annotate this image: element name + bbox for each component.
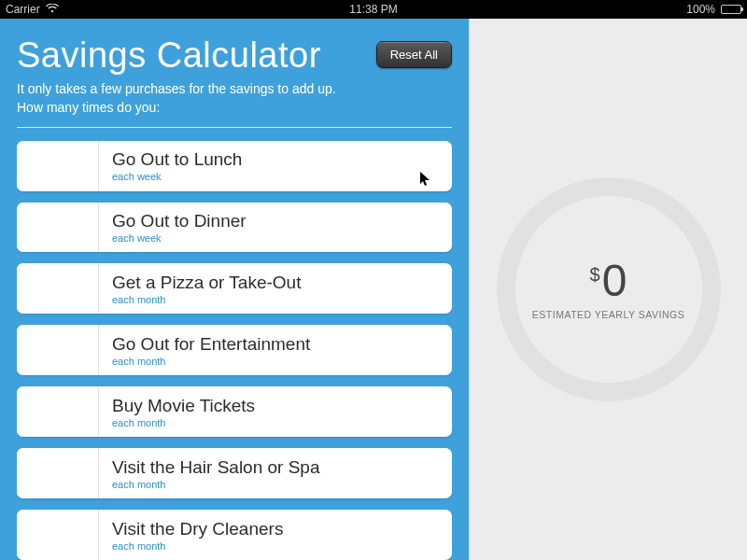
page-title: Savings Calculator [17,35,321,76]
activity-text: Visit the Dry Cleanerseach month [99,510,296,560]
carrier-label: Carrier [6,3,40,16]
activity-row: Visit the Dry Cleanerseach month [17,510,452,560]
activity-label: Visit the Hair Salon or Spa [112,457,320,478]
subtitle-line-1: It only takes a few purchases for the sa… [17,81,336,96]
activity-count-input[interactable] [17,510,99,560]
app-window: Savings Calculator Reset All It only tak… [0,19,747,560]
activity-row: Go Out to Dinnereach week [17,203,452,253]
activity-row: Go Out to Luncheach week [17,141,452,191]
activity-frequency: each month [112,540,283,552]
activity-text: Go Out to Luncheach week [99,141,255,191]
battery-percent: 100% [686,3,715,16]
activity-count-input[interactable] [17,263,99,314]
activity-text: Go Out to Dinnereach week [99,203,260,253]
status-bar: Carrier 11:38 PM 100% [0,0,747,19]
activity-frequency: each week [112,232,247,244]
activity-count-input[interactable] [17,203,99,253]
activity-row: Visit the Hair Salon or Spaeach month [17,448,452,498]
activity-count-input[interactable] [17,141,99,191]
activity-frequency: each month [112,417,255,428]
activity-label: Go Out to Dinner [112,211,247,231]
activity-row: Go Out for Entertainmenteach month [17,325,452,375]
activity-frequency: each month [112,356,310,367]
activity-text: Visit the Hair Salon or Spaeach month [99,448,333,498]
battery-icon [721,5,741,14]
reset-all-button[interactable]: Reset All [376,41,452,68]
activity-count-input[interactable] [17,325,99,375]
activity-row: Buy Movie Ticketseach month [17,386,452,437]
subtitle-line-2: How many times do you: [17,100,160,115]
activity-count-input[interactable] [17,386,99,437]
activity-row: Get a Pizza or Take-Outeach month [17,263,452,314]
clock: 11:38 PM [0,3,747,16]
wifi-icon [46,3,59,16]
savings-label: ESTIMATED YEARLY SAVINGS [532,309,684,320]
savings-amount: 0 [602,259,627,303]
activity-frequency: each month [112,479,320,490]
currency-symbol: $ [590,264,600,286]
activity-text: Go Out for Entertainmenteach month [99,325,323,375]
activity-label: Go Out for Entertainment [112,334,310,355]
savings-gauge: $ 0 ESTIMATED YEARLY SAVINGS [497,177,721,401]
calculator-panel: Savings Calculator Reset All It only tak… [0,19,469,560]
activity-label: Visit the Dry Cleaners [112,519,283,539]
activity-count-input[interactable] [17,448,99,498]
activity-text: Buy Movie Ticketseach month [99,386,268,437]
activity-text: Get a Pizza or Take-Outeach month [99,263,314,314]
activity-label: Buy Movie Tickets [112,396,255,416]
activity-label: Go Out to Lunch [112,149,242,170]
activity-list: Go Out to Luncheach weekGo Out to Dinner… [17,141,452,560]
savings-panel: $ 0 ESTIMATED YEARLY SAVINGS [469,19,747,560]
divider [17,127,452,128]
activity-frequency: each month [112,294,301,305]
activity-frequency: each week [112,171,242,182]
subtitle: It only takes a few purchases for the sa… [17,79,452,118]
activity-label: Get a Pizza or Take-Out [112,273,301,293]
